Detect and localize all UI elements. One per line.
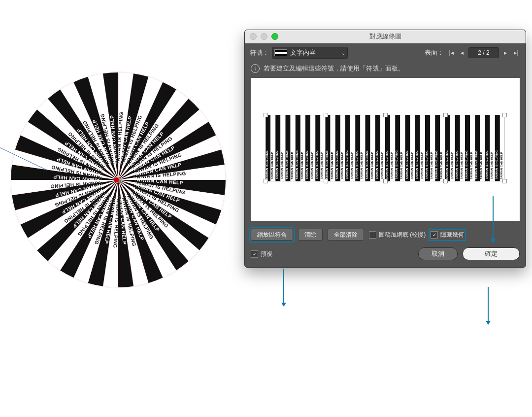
svg-text:TAIWAN IS HELPING: TAIWAN IS HELPING — [455, 150, 458, 179]
preview-canvas: TAIWAN IS HELPINGTAIWAN CAN HELPTAIWAN I… — [251, 78, 520, 221]
svg-text:TAIWAN CAN HELP: TAIWAN CAN HELP — [370, 152, 373, 179]
svg-text:TAIWAN CAN HELP: TAIWAN CAN HELP — [270, 152, 273, 179]
radial-artwork: TAIWAN IS HELPINGTAIWAN CAN HELPTAIWAN I… — [10, 71, 227, 288]
svg-text:TAIWAN CAN HELP: TAIWAN CAN HELP — [361, 152, 364, 179]
svg-text:TAIWAN IS HELPING: TAIWAN IS HELPING — [326, 150, 329, 179]
svg-text:TAIWAN IS HELPING: TAIWAN IS HELPING — [355, 150, 358, 179]
svg-text:TAIWAN IS HELPING: TAIWAN IS HELPING — [366, 150, 368, 179]
preview-svg: TAIWAN IS HELPINGTAIWAN CAN HELPTAIWAN I… — [266, 115, 505, 181]
minimize-icon[interactable] — [261, 33, 267, 40]
svg-text:TAIWAN CAN HELP: TAIWAN CAN HELP — [450, 152, 453, 179]
zoom-icon[interactable] — [271, 33, 278, 40]
symbol-dropdown[interactable]: 文字內容 ⌄ — [272, 47, 348, 59]
svg-text:TAIWAN IS HELPING: TAIWAN IS HELPING — [335, 150, 338, 179]
svg-text:TAIWAN CAN HELP: TAIWAN CAN HELP — [281, 152, 284, 179]
resize-handle[interactable] — [443, 179, 448, 183]
surface-label: 表面： — [425, 48, 444, 57]
svg-text:TAIWAN IS HELPING: TAIWAN IS HELPING — [445, 150, 448, 179]
svg-text:TAIWAN CAN HELP: TAIWAN CAN HELP — [410, 152, 413, 179]
first-surface-icon[interactable]: |◂ — [447, 48, 456, 57]
map-art-dialog: 對應線條圖 符號： 文字內容 ⌄ 表面： |◂ ◂ 2 / 2 ▸ ▸| i 若… — [244, 30, 526, 268]
checkbox-icon — [431, 231, 438, 239]
callout-arrow — [283, 269, 284, 306]
traffic-lights — [250, 33, 278, 40]
svg-text:TAIWAN CAN HELP: TAIWAN CAN HELP — [430, 152, 433, 179]
cancel-button[interactable]: 取消 — [418, 247, 458, 260]
resize-handle[interactable] — [443, 113, 448, 117]
next-surface-icon[interactable]: ▸ — [501, 48, 510, 57]
resize-handle[interactable] — [502, 113, 507, 117]
prev-surface-icon[interactable]: ◂ — [458, 48, 466, 57]
action-row: 縮放以符合 清除 全部清除 圖稿加網底 (較慢) 隱藏幾何 — [245, 227, 526, 244]
preview-checkbox[interactable]: 預視 — [251, 250, 272, 258]
last-surface-icon[interactable]: ▸| — [512, 48, 521, 57]
svg-text:TAIWAN IS HELPING: TAIWAN IS HELPING — [495, 150, 498, 179]
svg-text:TAIWAN CAN HELP: TAIWAN CAN HELP — [340, 152, 343, 179]
svg-text:TAIWAN CAN HELP: TAIWAN CAN HELP — [350, 152, 353, 179]
callout-arrow — [488, 287, 489, 324]
svg-text:TAIWAN CAN HELP: TAIWAN CAN HELP — [331, 152, 333, 179]
chevron-down-icon: ⌄ — [341, 50, 345, 56]
close-icon[interactable] — [250, 33, 257, 40]
svg-text:TAIWAN CAN HELP: TAIWAN CAN HELP — [470, 152, 473, 179]
shade-artwork-label: 圖稿加網底 (較慢) — [379, 231, 426, 239]
svg-text:TAIWAN IS HELPING: TAIWAN IS HELPING — [385, 150, 388, 179]
svg-text:TAIWAN IS HELPING: TAIWAN IS HELPING — [345, 150, 348, 179]
svg-text:TAIWAN IS HELPING: TAIWAN IS HELPING — [296, 150, 299, 179]
svg-text:TAIWAN CAN HELP: TAIWAN CAN HELP — [321, 152, 324, 179]
svg-text:TAIWAN CAN HELP: TAIWAN CAN HELP — [291, 152, 294, 179]
resize-handle[interactable] — [324, 113, 328, 117]
info-note-text: 若要建立及編輯這些符號，請使用「符號」面板。 — [264, 64, 404, 73]
svg-text:TAIWAN CAN HELP: TAIWAN CAN HELP — [380, 152, 383, 179]
info-icon: i — [251, 64, 260, 73]
checkbox-icon — [369, 231, 376, 239]
svg-text:TAIWAN CAN HELP: TAIWAN CAN HELP — [400, 152, 403, 179]
preview-label: 預視 — [261, 250, 272, 258]
svg-text:TAIWAN CAN HELP: TAIWAN CAN HELP — [460, 152, 463, 179]
svg-text:TAIWAN CAN HELP: TAIWAN CAN HELP — [390, 152, 393, 179]
resize-handle[interactable] — [383, 179, 388, 183]
svg-text:TAIWAN IS HELPING: TAIWAN IS HELPING — [425, 150, 428, 179]
dialog-title: 對應線條圖 — [245, 32, 526, 41]
info-note: i 若要建立及編輯這些符號，請使用「符號」面板。 — [245, 62, 526, 78]
resize-handle[interactable] — [324, 179, 328, 183]
svg-text:TAIWAN IS HELPING: TAIWAN IS HELPING — [405, 150, 408, 179]
resize-handle[interactable] — [502, 179, 507, 183]
surface-page-field[interactable]: 2 / 2 — [468, 47, 499, 58]
svg-text:TAIWAN CAN HELP: TAIWAN CAN HELP — [310, 152, 313, 179]
footer-row: 預視 取消 確定 — [245, 244, 526, 267]
shade-artwork-checkbox[interactable]: 圖稿加網底 (較慢) — [369, 231, 426, 239]
svg-text:TAIWAN CAN HELP: TAIWAN CAN HELP — [300, 152, 303, 179]
svg-text:TAIWAN CAN HELP: TAIWAN CAN HELP — [420, 152, 423, 179]
svg-text:TAIWAN CAN HELP: TAIWAN CAN HELP — [490, 152, 493, 179]
svg-text:TAIWAN CAN HELP: TAIWAN CAN HELP — [500, 152, 503, 179]
checkbox-icon — [251, 250, 258, 258]
titlebar: 對應線條圖 — [245, 30, 526, 43]
svg-text:TAIWAN IS HELPING: TAIWAN IS HELPING — [286, 150, 289, 179]
svg-text:TAIWAN IS HELPING: TAIWAN IS HELPING — [315, 150, 318, 179]
svg-text:TAIWAN IS HELPING: TAIWAN IS HELPING — [275, 150, 278, 179]
symbol-swatch-icon — [274, 49, 287, 56]
svg-text:TAIWAN IS HELPING: TAIWAN IS HELPING — [465, 150, 468, 179]
symbol-label: 符號： — [250, 48, 269, 57]
scale-to-fit-button[interactable]: 縮放以符合 — [251, 229, 293, 241]
ok-button[interactable]: 確定 — [463, 247, 520, 260]
svg-text:TAIWAN IS HELPING: TAIWAN IS HELPING — [395, 150, 398, 179]
svg-text:TAIWAN IS HELPING: TAIWAN IS HELPING — [415, 150, 418, 179]
symbol-selected-value: 文字內容 — [290, 48, 316, 57]
preview-artwork[interactable]: TAIWAN IS HELPINGTAIWAN CAN HELPTAIWAN I… — [266, 115, 505, 181]
svg-text:TAIWAN IS HELPING: TAIWAN IS HELPING — [485, 150, 488, 179]
resize-handle[interactable] — [264, 179, 268, 183]
resize-handle[interactable] — [264, 113, 268, 117]
svg-text:TAIWAN IS HELPING: TAIWAN IS HELPING — [435, 150, 438, 179]
clear-all-button[interactable]: 全部清除 — [328, 229, 364, 241]
hide-geometry-label: 隱藏幾何 — [440, 231, 464, 239]
svg-text:TAIWAN CAN HELP: TAIWAN CAN HELP — [440, 152, 443, 179]
resize-handle[interactable] — [383, 113, 388, 117]
clear-button[interactable]: 清除 — [298, 229, 323, 241]
hide-geometry-checkbox[interactable]: 隱藏幾何 — [431, 231, 464, 239]
artwork-center-dot — [114, 177, 119, 182]
svg-text:TAIWAN CAN HELP: TAIWAN CAN HELP — [480, 152, 483, 179]
dialog-header: 符號： 文字內容 ⌄ 表面： |◂ ◂ 2 / 2 ▸ ▸| — [245, 43, 526, 62]
svg-text:TAIWAN IS HELPING: TAIWAN IS HELPING — [305, 150, 308, 179]
